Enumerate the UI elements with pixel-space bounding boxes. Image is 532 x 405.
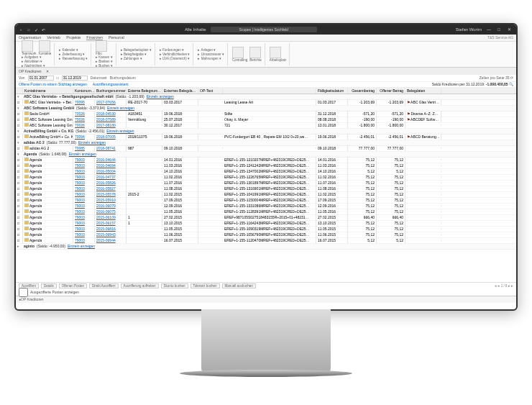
maximize-icon[interactable]: □ [496,27,502,32]
pager[interactable]: ◂ ◂ 1 / 8 ▸ ▸ [495,284,513,288]
ribbon: TeamworkKontakte▸ Aufgaben ▾▸ Aktivitäte… [16,42,516,68]
table-row[interactable]: □ABC Glas Vertriebs- + Bet…700952017-076… [16,100,516,106]
col-header[interactable]: OP-Text [198,88,223,94]
link-stichtag[interactable]: Offene Posten zu einem Stichtag anzeigen [19,82,87,86]
app-window: ‹ ⌂ ✓ ↶ Alle Inhalte Scopes | Intelligen… [14,23,518,311]
zeilen-input[interactable]: 35 [505,76,510,80]
close-icon[interactable]: ✕ [506,27,512,32]
von-input[interactable] [28,76,54,81]
table-row[interactable]: □adidas AG 2700852018-0874198709.10.2018… [16,146,516,152]
home-icon[interactable]: ⌂ [27,27,32,32]
menu-projekte[interactable]: Projekte [66,35,81,40]
col-header[interactable] [16,88,23,94]
zeilen-label: Zeilen pro Seite [480,76,505,80]
table-row[interactable]: □Agenda790032015-0694416.07.2015EREF+1-1… [16,238,516,244]
action-btn-5[interactable]: Skonto buchen [161,283,188,288]
show-cleared-checkbox[interactable] [19,288,28,297]
col-header[interactable]: Externes Belegda… [162,88,198,94]
titlebar: ‹ ⌂ ✓ ↶ Alle Inhalte Scopes | Intelligen… [16,24,516,35]
col-header[interactable]: Offener Betrag [377,88,405,94]
bis-label: □ [57,76,59,80]
von-label: Von [19,76,25,80]
action-buttons: AusziffernDetailsOffenen PostenDirekt Au… [16,282,516,289]
col-header[interactable]: Kontaktname [23,88,73,94]
action-btn-1[interactable]: Details [41,283,57,288]
statusbar: ● OP Kreditoren [16,296,516,303]
table-row[interactable]: □ABC Software Leasing GmbH700262017-0818… [16,123,516,129]
tab-close-icon[interactable]: ✕ [46,69,49,73]
filterbar: Von □ Datumsart Buchungsdatum Zeilen pro… [16,75,516,82]
data-grid[interactable]: KontaktnameKontonum…BuchungsnummerExtern… [16,88,516,282]
col-header[interactable]: Buchungsnummer [95,88,127,94]
search-icon[interactable]: 🔍 [509,82,513,86]
col-header[interactable]: Externe Belegnum… [127,88,162,94]
action-btn-4[interactable]: Auszifferung aufheben [121,283,159,288]
action-btn-2[interactable]: Offenen Posten [59,283,87,288]
link-assistent[interactable]: Auszifferungsassistent [93,82,129,86]
refresh-icon[interactable]: ⟳ [510,76,513,80]
linkbar: Offene Posten zu einem Stichtag anzeigen… [16,82,516,88]
menu-finanzen[interactable]: Finanzen [86,35,103,40]
search-scope[interactable]: Alle Inhalte [185,27,206,32]
col-header[interactable] [223,88,316,94]
col-header[interactable]: Fälligkeitsdatum [316,88,348,94]
action-btn-3[interactable]: Direkt Ausziffern [89,283,119,288]
col-header[interactable]: Kontonum… [73,88,95,94]
group-row[interactable]: ▸aginto (Saldo: -4.950,00) Einzeln anzei… [16,244,516,250]
show-cleared-label: Ausgezifferte Posten anzeigen [30,290,79,294]
company-selector[interactable]: T&S Service AG [487,35,513,40]
search-input[interactable]: Scopes | Intelligentes Suchfeld [211,27,317,32]
checkrow: Ausgezifferte Posten anzeigen [16,289,516,296]
table-row[interactable]: □ActiveBilling GmbH + Co. KG700942018-07… [16,135,516,140]
action-btn-6[interactable]: Toleranz buchen [191,283,220,288]
datumsart-select[interactable]: Buchungsdatum [110,76,136,80]
bis-input[interactable] [62,76,88,81]
save-icon[interactable]: ✓ [35,27,39,32]
minimize-icon[interactable]: — [486,27,492,32]
menubar: Organisation Vertrieb Projekte Finanzen … [16,35,516,42]
back-icon[interactable]: ‹ [20,27,24,32]
saldo-value: -1.098.408,85 [486,82,508,86]
col-header[interactable]: Belegdaten [405,88,441,94]
menu-personal[interactable]: Personal [109,35,124,40]
action-btn-7[interactable]: Manuell ausbuchen [222,283,256,288]
datumsart-label: Datumsart [91,76,107,80]
grid-header: KontaktnameKontonum…BuchungsnummerExtern… [16,88,516,94]
menu-organisation[interactable]: Organisation [19,35,41,40]
saldo-label: Saldo Kreditoren per 31.12.2019: [432,82,485,86]
tabstrip: OP Kreditoren ✕ [16,68,516,75]
menu-vertrieb[interactable]: Vertrieb [47,35,60,40]
status-text: OP Kreditoren [21,297,44,301]
user-label[interactable]: Stefan Wurim [456,27,482,32]
col-header[interactable]: Gesamtbetrag [348,88,377,94]
tab-op-kreditoren[interactable]: OP Kreditoren [19,69,42,73]
